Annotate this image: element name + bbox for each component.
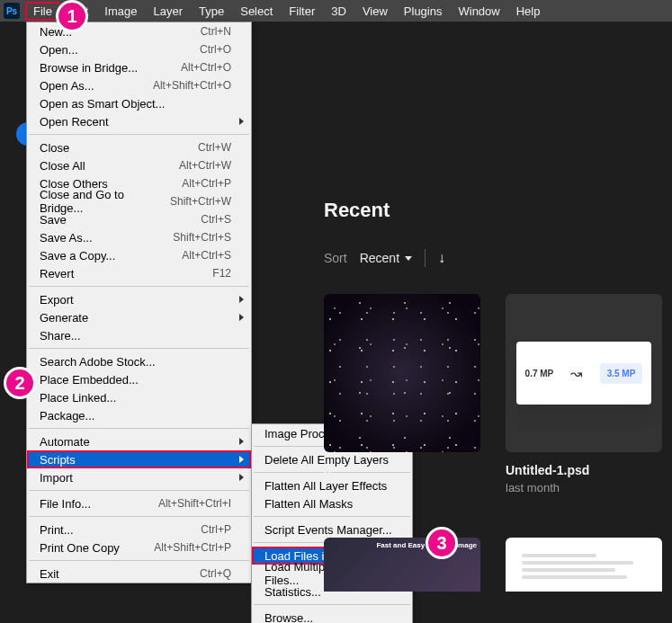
menu-item-label: Print... bbox=[40, 523, 201, 537]
divider bbox=[425, 249, 426, 267]
file-menu-item-open-recent[interactable]: Open Recent bbox=[27, 112, 251, 130]
file-menu-item-open-as-smart-object[interactable]: Open as Smart Object... bbox=[27, 94, 251, 112]
menu-shortcut: Alt+Ctrl+P bbox=[182, 177, 231, 190]
recent-item-1[interactable]: g bbox=[324, 294, 480, 494]
menu-shortcut: Alt+Shift+Ctrl+P bbox=[154, 541, 231, 554]
recent-heading: Recent bbox=[324, 199, 663, 222]
thumbnail-preview: 0.7 MP ↝ 3.5 MP bbox=[506, 294, 662, 452]
submenu-arrow-icon bbox=[239, 456, 244, 463]
menu-separator bbox=[29, 286, 249, 287]
menu-item-label: Open... bbox=[40, 43, 200, 57]
menu-item-label: Browse... bbox=[264, 611, 392, 624]
menu-item-label: File Info... bbox=[40, 497, 158, 511]
file-menu-item-exit[interactable]: ExitCtrl+Q bbox=[27, 565, 251, 583]
menu-separator bbox=[29, 428, 249, 429]
file-menu-item-close[interactable]: CloseCtrl+W bbox=[27, 138, 251, 156]
menubar-item-3d[interactable]: 3D bbox=[323, 2, 354, 21]
menu-item-label: Package... bbox=[40, 409, 231, 423]
file-menu-item-scripts[interactable]: Scripts bbox=[27, 450, 251, 468]
menu-shortcut: Alt+Shift+Ctrl+I bbox=[158, 497, 231, 510]
home-content: Recent Sort Recent ↓ g 0.7 MP ↝ 3.5 MP U… bbox=[324, 199, 663, 592]
mp-card-icon: 0.7 MP ↝ 3.5 MP bbox=[516, 342, 651, 405]
menu-item-label: Export bbox=[40, 293, 231, 307]
submenu-arrow-icon bbox=[239, 118, 244, 125]
file-menu-item-place-linked[interactable]: Place Linked... bbox=[27, 388, 251, 406]
menu-shortcut: F12 bbox=[212, 267, 231, 280]
menu-item-label: Place Linked... bbox=[40, 391, 231, 405]
menu-item-label: Save As... bbox=[40, 231, 173, 245]
menubar-item-type[interactable]: Type bbox=[191, 2, 232, 21]
menubar-item-window[interactable]: Window bbox=[450, 2, 507, 21]
menubar-item-filter[interactable]: Filter bbox=[281, 2, 323, 21]
file-menu-item-print[interactable]: Print...Ctrl+P bbox=[27, 521, 251, 538]
menubar: Ps FileEditImageLayerTypeSelectFilter3DV… bbox=[0, 0, 672, 22]
sort-dropdown[interactable]: Recent bbox=[360, 251, 412, 265]
menu-separator bbox=[29, 516, 249, 517]
file-menu-item-browse-in-bridge[interactable]: Browse in Bridge...Alt+Ctrl+O bbox=[27, 58, 251, 76]
menu-shortcut: Alt+Ctrl+W bbox=[179, 159, 231, 172]
menu-item-label: Open As... bbox=[40, 79, 153, 93]
app-icon: Ps bbox=[4, 3, 20, 19]
file-menu-item-print-one-copy[interactable]: Print One CopyAlt+Shift+Ctrl+P bbox=[27, 538, 251, 556]
menubar-item-layer[interactable]: Layer bbox=[146, 2, 192, 21]
file-menu-item-open[interactable]: Open...Ctrl+O bbox=[27, 40, 251, 58]
file-menu-item-automate[interactable]: Automate bbox=[27, 432, 251, 450]
menubar-item-view[interactable]: View bbox=[354, 2, 396, 21]
menu-shortcut: Ctrl+N bbox=[201, 25, 231, 38]
scripts-menu-item-browse[interactable]: Browse... bbox=[252, 609, 412, 623]
sort-direction-icon[interactable]: ↓ bbox=[438, 250, 445, 266]
menu-item-label: Automate bbox=[40, 435, 231, 449]
file-menu-item-import[interactable]: Import bbox=[27, 468, 251, 486]
galaxy-image-icon bbox=[324, 294, 480, 452]
menubar-item-help[interactable]: Help bbox=[508, 2, 549, 21]
file-menu-item-file-info[interactable]: File Info...Alt+Shift+Ctrl+I bbox=[27, 494, 251, 512]
file-menu-item-export[interactable]: Export bbox=[27, 290, 251, 308]
file-menu-item-share[interactable]: Share... bbox=[27, 326, 251, 344]
file-menu-item-search-adobe-stock[interactable]: Search Adobe Stock... bbox=[27, 352, 251, 370]
file-menu-item-save-as[interactable]: Save As...Shift+Ctrl+S bbox=[27, 228, 251, 246]
submenu-arrow-icon bbox=[239, 438, 244, 445]
menu-item-label: Print One Copy bbox=[40, 541, 154, 555]
menubar-item-select[interactable]: Select bbox=[232, 2, 281, 21]
file-menu-item-package[interactable]: Package... bbox=[27, 406, 251, 424]
menu-item-label: Search Adobe Stock... bbox=[40, 355, 231, 369]
menubar-item-plugins[interactable]: Plugins bbox=[396, 2, 451, 21]
recent-thumbnails-row2: Fast and Easy Product Image bbox=[324, 538, 663, 592]
file-menu-item-close-all[interactable]: Close AllAlt+Ctrl+W bbox=[27, 156, 251, 174]
file-menu-item-place-embedded[interactable]: Place Embedded... bbox=[27, 370, 251, 388]
menubar-item-image[interactable]: Image bbox=[96, 2, 145, 21]
recent-item-title: Untitled-1.psd bbox=[506, 463, 662, 477]
recent-item-2[interactable]: 0.7 MP ↝ 3.5 MP Untitled-1.psd last mont… bbox=[506, 294, 662, 494]
mp-right: 3.5 MP bbox=[600, 363, 643, 384]
menu-item-label: Save bbox=[40, 213, 201, 227]
recent-item-subtitle: last month bbox=[506, 481, 662, 494]
menu-item-label: Revert bbox=[40, 267, 212, 280]
menu-item-label: Browse in Bridge... bbox=[40, 61, 181, 75]
menu-separator bbox=[29, 560, 249, 561]
menu-item-label: Close All bbox=[40, 159, 179, 173]
file-menu: New...Ctrl+NOpen...Ctrl+OBrowse in Bridg… bbox=[26, 22, 252, 583]
menu-item-label: Close bbox=[40, 141, 198, 155]
menu-item-label: Generate bbox=[40, 311, 231, 325]
file-menu-item-close-and-go-to-bridge[interactable]: Close and Go to Bridge...Shift+Ctrl+W bbox=[27, 192, 251, 210]
file-menu-item-generate[interactable]: Generate bbox=[27, 308, 251, 326]
file-menu-item-revert[interactable]: RevertF12 bbox=[27, 264, 251, 282]
menu-shortcut: Ctrl+Q bbox=[200, 567, 231, 580]
doc-lines-icon bbox=[513, 545, 655, 584]
sort-value-text: Recent bbox=[360, 251, 399, 265]
annotation-1: 1 bbox=[56, 0, 88, 32]
recent-thumbnails: g 0.7 MP ↝ 3.5 MP Untitled-1.psd last mo… bbox=[324, 294, 663, 494]
menu-shortcut: Ctrl+S bbox=[201, 213, 231, 226]
menu-separator bbox=[254, 604, 410, 605]
file-menu-item-save-a-copy[interactable]: Save a Copy...Alt+Ctrl+S bbox=[27, 246, 251, 264]
mp-left: 0.7 MP bbox=[525, 369, 554, 378]
menu-separator bbox=[29, 490, 249, 491]
menu-separator bbox=[29, 348, 249, 349]
file-menu-item-open-as[interactable]: Open As...Alt+Shift+Ctrl+O bbox=[27, 76, 251, 94]
menu-shortcut: Ctrl+W bbox=[198, 141, 231, 154]
menu-item-label: Open as Smart Object... bbox=[40, 97, 231, 111]
menu-shortcut: Ctrl+P bbox=[201, 523, 231, 536]
file-menu-item-save[interactable]: SaveCtrl+S bbox=[27, 210, 251, 228]
menu-shortcut: Shift+Ctrl+S bbox=[173, 231, 231, 244]
recent-item-4[interactable] bbox=[506, 538, 662, 592]
